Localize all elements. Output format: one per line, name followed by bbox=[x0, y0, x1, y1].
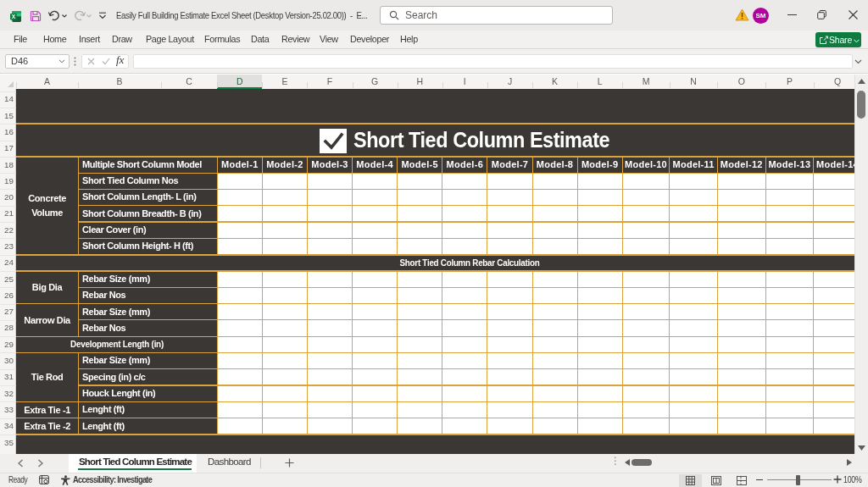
svg-text:X: X bbox=[12, 14, 16, 19]
